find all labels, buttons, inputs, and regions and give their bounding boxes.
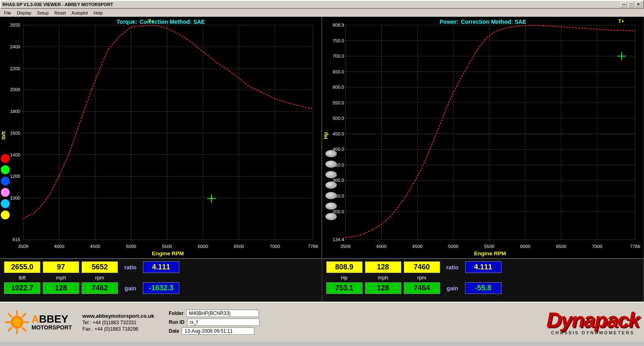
svg-text:7000: 7000 (592, 244, 602, 249)
left-data-row1: 2655.0 97 5652 ratio 4.111 (4, 261, 318, 273)
power-ratio-value: 4.111 (465, 261, 501, 273)
svg-line-103 (23, 314, 25, 317)
svg-text:4500: 4500 (412, 244, 423, 249)
legend-ellipse-4 (325, 181, 337, 189)
power-chart: Power: Correction Method: SAE (322, 17, 644, 258)
menu-bar: File Display Setup Reset Autoplot Help (0, 9, 644, 17)
menu-autoplot[interactable]: Autoplot (69, 10, 90, 16)
svg-text:1400: 1400 (10, 152, 21, 157)
dynapack-subtitle: CHASSIS DYNAMOMETERS (551, 330, 635, 335)
menu-file[interactable]: File (2, 10, 14, 16)
power-gain-label: gain (443, 285, 463, 292)
svg-rect-44 (322, 17, 644, 258)
data-bar: 2655.0 97 5652 ratio 4.111 lbft mph rpm … (0, 258, 644, 302)
charts-area: Torque: Correction Method: SAE (0, 17, 644, 258)
svg-text:750.0: 750.0 (333, 38, 344, 43)
svg-text:4500: 4500 (90, 244, 101, 249)
svg-text:6000: 6000 (520, 244, 531, 249)
power-unit-rpm: rpm (404, 275, 440, 281)
date-label: Date (169, 328, 179, 334)
footer-tel: Tel : +44 (0)1883 732331 (82, 320, 154, 325)
menu-help[interactable]: Help (91, 10, 105, 16)
window-controls: — □ ✕ (621, 2, 642, 7)
footer-fax: Fax : +44 (0)1883 718296 (82, 326, 154, 332)
title-text: RHAS-SP V1.3-03E VIEWER - ABBEY MOTORSPO… (2, 2, 113, 7)
left-unit-row: lbft mph rpm (4, 275, 318, 281)
torque-green-val3: 7462 (82, 282, 118, 294)
svg-text:1600: 1600 (10, 131, 21, 135)
runid-row: Run ID rs_f (169, 319, 260, 326)
svg-text:1000: 1000 (10, 196, 21, 200)
legend-blue (1, 177, 10, 186)
abbey-logo: ABBEY MOTORSPORT (5, 310, 72, 334)
power-green-val3: 7464 (404, 282, 440, 294)
right-unit-row: Hp mph rpm (326, 275, 640, 281)
torque-mph-value: 97 (43, 261, 79, 273)
torque-peak-value: 2655.0 (4, 261, 40, 273)
close-button[interactable]: ✕ (635, 2, 642, 7)
minimize-button[interactable]: — (621, 2, 627, 7)
power-mph-value: 128 (365, 261, 401, 273)
torque-gain-value: -1632.3 (143, 282, 179, 294)
svg-line-104 (8, 328, 11, 331)
legend-green (1, 165, 10, 174)
runid-value: rs_f (187, 319, 260, 326)
legend-yellow (1, 211, 10, 219)
svg-text:134.4: 134.4 (333, 238, 344, 242)
torque-label: Torque: (117, 19, 137, 25)
svg-text:2000: 2000 (10, 88, 21, 92)
date-row: Date 13-Aug-2008 09:51:11 (169, 327, 260, 335)
power-legend (325, 150, 337, 220)
torque-gain-label: gain (120, 285, 141, 292)
svg-text:7786: 7786 (308, 244, 318, 249)
torque-ratio-label: ratio (120, 264, 141, 271)
svg-text:Engine RPM: Engine RPM (474, 250, 506, 256)
legend-ellipse-5 (325, 192, 337, 199)
torque-chart: Torque: Correction Method: SAE (0, 17, 322, 258)
svg-text:5000: 5000 (126, 244, 136, 249)
dynapack-text: Dynapack (546, 309, 639, 330)
menu-display[interactable]: Display (15, 10, 34, 16)
power-chart-header: Power: Correction Method: SAE (322, 19, 644, 25)
maximize-button[interactable]: □ (628, 2, 634, 7)
svg-text:450.0: 450.0 (333, 131, 344, 136)
power-green-val2: 128 (365, 282, 401, 294)
abbey-sun-icon (5, 310, 29, 334)
svg-text:815: 815 (13, 238, 20, 242)
legend-ellipse-1 (325, 150, 337, 157)
power-gain-value: -55.8 (465, 282, 501, 294)
power-unit-hp: Hp (326, 275, 363, 281)
svg-line-102 (23, 328, 25, 331)
power-green-val1: 753.1 (326, 282, 363, 294)
svg-text:550.0: 550.0 (333, 100, 344, 105)
torque-legend (1, 154, 10, 219)
svg-text:4000: 4000 (54, 244, 65, 249)
svg-line-101 (8, 314, 11, 317)
svg-point-105 (13, 318, 21, 326)
right-data-panel: 808.9 128 7460 ratio 4.111 Hp mph rpm 75… (322, 259, 644, 302)
right-data-row1: 808.9 128 7460 ratio 4.111 (326, 261, 640, 273)
svg-text:6500: 6500 (556, 244, 566, 249)
svg-text:5000: 5000 (448, 244, 459, 249)
date-value: 13-Aug-2008 09:51:11 (182, 327, 254, 335)
power-label: Power: (440, 19, 459, 25)
svg-text:7786: 7786 (630, 244, 640, 249)
menu-reset[interactable]: Reset (52, 10, 69, 16)
power-svg: 808.9 750.0 700.0 650.0 600.0 550.0 500.… (322, 17, 644, 258)
svg-text:600.0: 600.0 (333, 85, 344, 90)
torque-unit-mph: mph (43, 275, 79, 281)
svg-text:500.0: 500.0 (333, 116, 344, 121)
svg-text:7000: 7000 (270, 244, 280, 249)
right-data-row2: 753.1 128 7464 gain -55.8 (326, 282, 640, 294)
left-data-row2: 1022.7 128 7462 gain -1632.3 (4, 282, 318, 294)
svg-text:700.0: 700.0 (333, 54, 344, 59)
svg-rect-0 (0, 17, 321, 258)
svg-text:Hp: Hp (322, 132, 328, 139)
power-unit-mph: mph (365, 275, 401, 281)
torque-unit-lbft: lbft (4, 275, 40, 281)
folder-label: Folder (169, 311, 184, 316)
svg-text:6500: 6500 (234, 244, 244, 249)
menu-setup[interactable]: Setup (35, 10, 51, 16)
svg-text:4000: 4000 (376, 244, 387, 249)
torque-svg: 2655 2400 2200 2000 1800 1600 1400 1200 … (0, 17, 321, 258)
